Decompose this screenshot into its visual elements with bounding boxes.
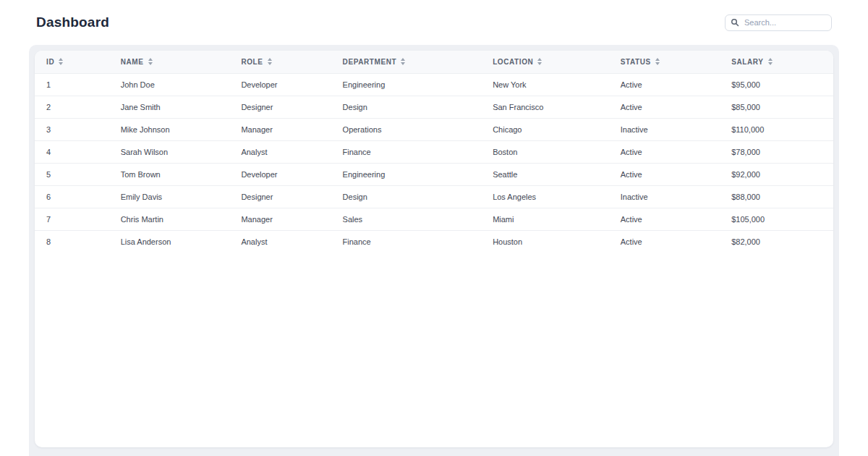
column-header-salary[interactable]: SALARY bbox=[720, 51, 833, 73]
table-cell-salary: $85,000 bbox=[720, 96, 833, 118]
table-cell-role: Designer bbox=[229, 96, 331, 118]
table-cell-salary: $105,000 bbox=[720, 208, 833, 230]
table-cell-id: 2 bbox=[35, 96, 109, 118]
page-title: Dashboard bbox=[36, 14, 109, 30]
table-cell-name: Chris Martin bbox=[109, 208, 230, 230]
sort-icon bbox=[655, 58, 660, 65]
column-header-location[interactable]: LOCATION bbox=[481, 51, 609, 73]
table-cell-name: Tom Brown bbox=[109, 163, 230, 185]
table-cell-status: Active bbox=[609, 73, 720, 96]
table-cell-salary: $82,000 bbox=[720, 230, 833, 253]
column-label: ID bbox=[46, 58, 54, 66]
table-cell-role: Manager bbox=[229, 118, 331, 140]
table-cell-department: Engineering bbox=[331, 163, 482, 185]
table-row: 8Lisa AndersonAnalystFinanceHoustonActiv… bbox=[35, 230, 833, 253]
table-cell-status: Inactive bbox=[609, 185, 720, 208]
table-cell-status: Active bbox=[609, 208, 720, 230]
table-cell-id: 3 bbox=[35, 118, 109, 140]
table-cell-salary: $92,000 bbox=[720, 163, 833, 185]
column-header-status[interactable]: STATUS bbox=[609, 51, 720, 73]
column-label: STATUS bbox=[621, 58, 651, 66]
table-cell-department: Finance bbox=[331, 230, 482, 253]
table-row: 4Sarah WilsonAnalystFinanceBostonActive$… bbox=[35, 140, 833, 163]
table-cell-role: Manager bbox=[229, 208, 331, 230]
table-cell-role: Developer bbox=[229, 163, 331, 185]
table-cell-status: Active bbox=[609, 140, 720, 163]
table-header-row: IDNAMEROLEDEPARTMENTLOCATIONSTATUSSALARY bbox=[35, 51, 833, 73]
sort-icon bbox=[401, 58, 405, 65]
column-label: ROLE bbox=[241, 58, 263, 66]
table-cell-status: Inactive bbox=[609, 118, 720, 140]
table-cell-location: Chicago bbox=[481, 118, 609, 140]
table-row: 1John DoeDeveloperEngineeringNew YorkAct… bbox=[35, 73, 833, 96]
table-cell-location: San Francisco bbox=[481, 96, 609, 118]
table-row: 7Chris MartinManagerSalesMiamiActive$105… bbox=[35, 208, 833, 230]
table-cell-name: Jane Smith bbox=[109, 96, 230, 118]
table-row: 2Jane SmithDesignerDesignSan FranciscoAc… bbox=[35, 96, 833, 118]
table-cell-department: Finance bbox=[331, 140, 482, 163]
sort-icon bbox=[148, 58, 153, 65]
content-panel: IDNAMEROLEDEPARTMENTLOCATIONSTATUSSALARY… bbox=[29, 45, 839, 456]
table-cell-role: Analyst bbox=[229, 230, 331, 253]
column-label: DEPARTMENT bbox=[343, 58, 397, 66]
sort-icon bbox=[768, 58, 773, 65]
table-cell-location: Boston bbox=[481, 140, 609, 163]
table-cell-department: Design bbox=[331, 96, 482, 118]
table-cell-location: Houston bbox=[481, 230, 609, 253]
column-label: LOCATION bbox=[493, 58, 533, 66]
table-cell-id: 4 bbox=[35, 140, 109, 163]
table-cell-department: Operations bbox=[331, 118, 482, 140]
table-cell-status: Active bbox=[609, 163, 720, 185]
column-label: NAME bbox=[121, 58, 144, 66]
table-cell-role: Developer bbox=[229, 73, 331, 96]
top-bar: Dashboard bbox=[0, 0, 868, 45]
table-cell-role: Analyst bbox=[229, 140, 331, 163]
search-box bbox=[725, 14, 832, 31]
table-cell-id: 1 bbox=[35, 73, 109, 96]
data-table: IDNAMEROLEDEPARTMENTLOCATIONSTATUSSALARY… bbox=[35, 51, 833, 253]
table-row: 6Emily DavisDesignerDesignLos AngelesIna… bbox=[35, 185, 833, 208]
table-cell-name: Emily Davis bbox=[109, 185, 230, 208]
table-cell-status: Active bbox=[609, 96, 720, 118]
table-cell-location: New York bbox=[481, 73, 609, 96]
table-cell-salary: $78,000 bbox=[720, 140, 833, 163]
table-cell-location: Los Angeles bbox=[481, 185, 609, 208]
table-cell-salary: $88,000 bbox=[720, 185, 833, 208]
column-header-id[interactable]: ID bbox=[35, 51, 109, 73]
table-card: IDNAMEROLEDEPARTMENTLOCATIONSTATUSSALARY… bbox=[35, 51, 833, 447]
table-cell-location: Miami bbox=[481, 208, 609, 230]
table-cell-name: John Doe bbox=[109, 73, 230, 96]
table-row: 5Tom BrownDeveloperEngineeringSeattleAct… bbox=[35, 163, 833, 185]
table-cell-department: Engineering bbox=[331, 73, 482, 96]
sort-icon bbox=[537, 58, 542, 65]
search-input[interactable] bbox=[725, 14, 832, 31]
column-header-department[interactable]: DEPARTMENT bbox=[331, 51, 482, 73]
table-body: 1John DoeDeveloperEngineeringNew YorkAct… bbox=[35, 73, 833, 253]
search-icon bbox=[731, 18, 739, 27]
table-cell-name: Lisa Anderson bbox=[109, 230, 230, 253]
table-cell-role: Designer bbox=[229, 185, 331, 208]
column-label: SALARY bbox=[731, 58, 763, 66]
column-header-role[interactable]: ROLE bbox=[229, 51, 331, 73]
table-cell-name: Sarah Wilson bbox=[109, 140, 230, 163]
sort-icon bbox=[59, 58, 63, 65]
table-cell-id: 8 bbox=[35, 230, 109, 253]
table-cell-name: Mike Johnson bbox=[109, 118, 230, 140]
table-cell-department: Sales bbox=[331, 208, 482, 230]
table-cell-id: 5 bbox=[35, 163, 109, 185]
table-cell-id: 6 bbox=[35, 185, 109, 208]
table-cell-id: 7 bbox=[35, 208, 109, 230]
table-cell-salary: $95,000 bbox=[720, 73, 833, 96]
sort-icon bbox=[268, 58, 272, 65]
table-row: 3Mike JohnsonManagerOperationsChicagoIna… bbox=[35, 118, 833, 140]
column-header-name[interactable]: NAME bbox=[109, 51, 230, 73]
table-cell-status: Active bbox=[609, 230, 720, 253]
table-cell-location: Seattle bbox=[481, 163, 609, 185]
table-cell-department: Design bbox=[331, 185, 482, 208]
table-cell-salary: $110,000 bbox=[720, 118, 833, 140]
